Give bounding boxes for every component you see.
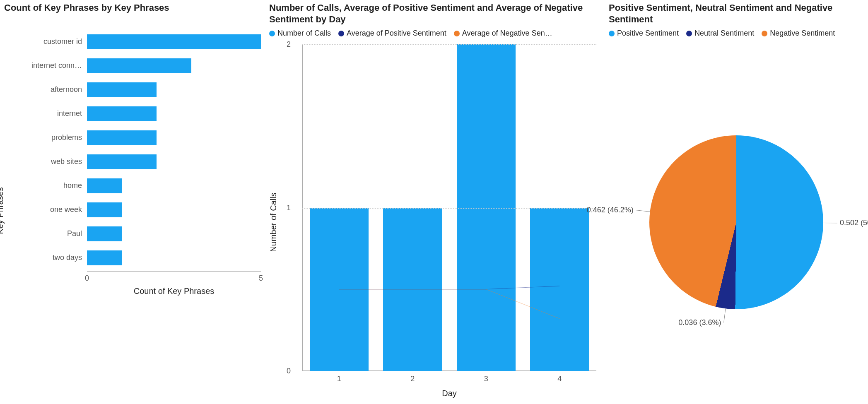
legend-label: Neutral Sentiment [694,29,754,38]
key-phrase-label: web sites [21,157,87,166]
legend-swatch [338,31,344,36]
pie-slice-label: 0.502 (50.2%) [840,219,868,227]
key-phrase-xtick: 5 [259,274,263,283]
key-phrase-row: one week [21,202,261,217]
key-phrases-plot: Key Phrases customer idinternet conn…aft… [4,18,261,404]
sentiment-pie-title: Positive Sentiment, Neutral Sentiment an… [609,2,864,25]
calls-sentiment-legend: Number of CallsAverage of Positive Senti… [269,29,600,38]
key-phrase-label: two days [21,253,87,262]
key-phrases-xlabel: Count of Key Phrases [134,286,215,296]
pie-slice-label: 0.462 (46.2%) [587,206,634,214]
key-phrase-label: afternoon [21,85,87,94]
legend-label: Average of Negative Sen… [462,29,552,38]
negative-sentiment-line [339,289,560,319]
calls-sentiment-ylabel: Number of Calls [269,192,278,252]
calls-sentiment-plot: Day 0121234 [302,44,596,371]
legend-item: Negative Sentiment [762,29,835,38]
key-phrase-label: home [21,181,87,190]
key-phrase-row: afternoon [21,82,261,97]
key-phrase-label: internet conn… [21,61,87,70]
calls-sentiment-chart: Number of Calls, Average of Positive Sen… [265,0,605,404]
key-phrase-xtick: 0 [85,274,89,283]
key-phrase-row: problems [21,130,261,145]
calls-xtick: 2 [410,375,415,383]
legend-label: Number of Calls [277,29,331,38]
sentiment-pie-chart: Positive Sentiment, Neutral Sentiment an… [605,0,868,404]
key-phrase-label: customer id [21,37,87,46]
key-phrase-label: Paul [21,229,87,238]
key-phrase-label: one week [21,205,87,214]
calls-sentiment-xlabel: Day [442,389,457,398]
legend-swatch [762,31,767,36]
legend-swatch [454,31,460,36]
legend-label: Positive Sentiment [617,29,679,38]
key-phrase-row: home [21,178,261,193]
legend-item: Average of Negative Sen… [454,29,552,38]
calls-ytick: 0 [287,367,291,375]
sentiment-pie-plot: 0.502 (50.2%)0.036 (3.6%)0.462 (46.2%) [649,135,823,309]
legend-label: Average of Positive Sentiment [347,29,446,38]
key-phrase-bar [87,250,122,265]
key-phrase-bar [87,58,191,73]
legend-swatch [609,31,615,36]
legend-item: Positive Sentiment [609,29,679,38]
calls-xtick: 3 [484,375,488,383]
key-phrase-row: web sites [21,154,261,169]
calls-sentiment-title: Number of Calls, Average of Positive Sen… [269,2,600,25]
key-phrase-row: two days [21,250,261,265]
key-phrase-row: internet [21,106,261,121]
key-phrase-bar [87,178,122,193]
legend-swatch [269,31,275,36]
calls-xtick: 4 [557,375,562,383]
legend-item: Number of Calls [269,29,331,38]
key-phrase-label: problems [21,133,87,142]
key-phrase-bar [87,202,122,217]
key-phrases-ylabel: Key Phrases [0,188,5,234]
legend-item: Average of Positive Sentiment [338,29,446,38]
key-phrase-row: Paul [21,226,261,241]
key-phrase-bar [87,106,157,121]
calls-ytick: 2 [287,40,291,49]
key-phrase-bar [87,82,157,97]
key-phrase-row: customer id [21,34,261,49]
calls-ytick: 1 [287,203,291,212]
key-phrase-bar [87,130,157,145]
key-phrases-chart: Count of Key Phrases by Key Phrases Key … [0,0,265,404]
key-phrases-title: Count of Key Phrases by Key Phrases [4,2,261,14]
key-phrase-bar [87,226,122,241]
legend-item: Neutral Sentiment [686,29,754,38]
legend-swatch [686,31,692,36]
key-phrase-bar [87,154,157,169]
key-phrase-bar [87,34,261,49]
calls-xtick: 1 [337,375,341,383]
sentiment-pie-legend: Positive SentimentNeutral SentimentNegat… [609,29,864,38]
key-phrase-row: internet conn… [21,58,261,73]
positive-sentiment-line [339,286,560,289]
pie-slice-label: 0.036 (3.6%) [678,318,721,327]
legend-label: Negative Sentiment [770,29,835,38]
key-phrase-label: internet [21,109,87,118]
